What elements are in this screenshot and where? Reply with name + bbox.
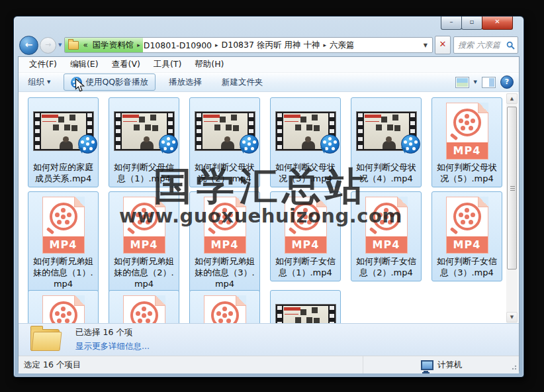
recent-pages-dropdown-icon[interactable]: ▼ (56, 42, 64, 48)
mp4-document-icon: MP4 (109, 293, 179, 323)
forward-button[interactable]: → (40, 37, 56, 54)
file-tile[interactable]: MP4 (109, 290, 179, 323)
status-selection-text: 选定 16 个项目 (19, 356, 363, 373)
resize-grip[interactable] (510, 365, 517, 371)
film-reel-icon (211, 301, 239, 323)
film-reel-icon (130, 203, 158, 230)
organize-button[interactable]: 组织 ▼ (24, 77, 54, 88)
file-tile[interactable]: MP4 如何判断兄弟姐妹的信息（1）.mp4 (28, 191, 99, 293)
show-more-details-link[interactable]: 显示更多详细信息... (75, 341, 150, 352)
mp4-document-icon: MP4 (28, 195, 98, 256)
file-name: 如何判断子女信息（2）.mp4 (355, 256, 418, 281)
breadcrumb-item[interactable]: 国学资料馆 (90, 40, 137, 51)
mp4-document-icon: MP4 (432, 195, 502, 256)
search-icon (506, 41, 515, 50)
menu-file[interactable]: 文件(F) (23, 59, 64, 70)
explorer-window: – ▫ ✕ ← → ▼ « 国学资料馆 ▸ D10801-D10900 ▸ D1… (13, 16, 524, 377)
file-name: 如何判断子女信息（1）.mp4 (274, 256, 338, 281)
breadcrumb-item[interactable]: D10801-D10900 (141, 40, 214, 50)
status-bar: 选定 16 个项目 计算机 (19, 356, 519, 373)
film-reel-icon (211, 203, 239, 230)
address-dropdown-icon[interactable]: ▼ (422, 42, 430, 48)
video-thumbnail-icon (190, 101, 259, 162)
file-tile[interactable]: 如何判断父母信息（1）.mp4 (109, 97, 179, 187)
address-bar[interactable]: « 国学资料馆 ▸ D10801-D10900 ▸ D10837 徐丙昕 用神 … (64, 37, 433, 53)
change-view-icon[interactable] (455, 77, 469, 88)
play-selection-button[interactable]: 播放选择 (162, 77, 208, 88)
scroll-down-icon[interactable]: ▼ (506, 312, 518, 322)
film-reel-icon (50, 301, 77, 323)
video-thumbnail-icon (271, 101, 340, 162)
breadcrumb-overflow-icon[interactable]: « (81, 40, 89, 50)
qq-player-badge-icon (320, 134, 340, 154)
navigation-bar: ← → ▼ « 国学资料馆 ▸ D10801-D10900 ▸ D10837 徐… (19, 35, 518, 55)
menu-help[interactable]: 帮助(H) (188, 59, 230, 70)
mp4-document-icon: MP4 (351, 195, 421, 256)
views-dropdown-icon[interactable]: ▼ (474, 79, 477, 85)
file-name: 如何判断父母状况（3）.mp4 (274, 162, 338, 187)
breadcrumb-item[interactable]: D10837 徐丙昕 用神 十神 (219, 40, 323, 51)
video-thumbnail-icon (271, 293, 340, 323)
file-tile[interactable]: MP4 如何判断子女信息（2）.mp4 (351, 191, 422, 281)
mp4-document-icon: MP4 (109, 195, 179, 256)
menu-tools[interactable]: 工具(T) (147, 59, 188, 70)
file-tile[interactable]: 如何对应的家庭成员关系.mp4 (28, 97, 99, 187)
qq-player-button[interactable]: 使用QQ影音播放 (64, 74, 156, 91)
file-tile[interactable]: 如何判断父母状况（4）.mp4 (351, 97, 422, 187)
file-tile[interactable]: MP4 如何判断父母状况（5）.mp4 (431, 97, 502, 187)
menu-view[interactable]: 查看(V) (105, 59, 147, 70)
file-tile[interactable]: MP4 如何判断兄弟姐妹的信息（3）.mp4 (189, 191, 260, 293)
file-tile[interactable]: 如何判断父母状况（2）.mp4 (189, 97, 260, 187)
file-tile[interactable]: 如何判断父母状况（3）.mp4 (270, 97, 341, 187)
file-tile[interactable]: MP4 (28, 290, 99, 323)
qq-player-badge-icon (401, 134, 420, 154)
breadcrumb-item[interactable]: 六亲篇 (327, 40, 357, 51)
mp4-document-icon: MP4 (190, 293, 259, 323)
new-folder-button[interactable]: 新建文件夹 (215, 77, 270, 88)
scroll-up-icon[interactable]: ▲ (506, 93, 518, 104)
chevron-down-icon: ▼ (47, 79, 50, 85)
film-reel-icon (453, 109, 481, 136)
selected-folder-icon (30, 329, 60, 351)
maximize-button[interactable]: ▫ (461, 17, 482, 30)
menu-bar: 文件(F) 编辑(E) 查看(V) 工具(T) 帮助(H) (19, 57, 519, 73)
search-input[interactable] (454, 40, 506, 50)
command-toolbar: 组织 ▼ 使用QQ影音播放 播放选择 新建文件夹 ▼ ? (19, 73, 519, 92)
qq-player-badge-icon (240, 134, 259, 154)
video-thumbnail-icon (28, 101, 98, 162)
file-name: 如何判断父母信息（1）.mp4 (113, 162, 176, 187)
mp4-document-icon: MP4 (190, 195, 259, 256)
file-tile[interactable]: MP4 如何判断子女信息（1）.mp4 (270, 191, 341, 281)
file-name: 如何判断父母状况（2）.mp4 (193, 162, 257, 187)
qq-player-badge-icon (159, 134, 178, 154)
selection-summary: 已选择 16 个项 (75, 327, 150, 338)
file-name: 如何判断父母状况（5）.mp4 (435, 162, 499, 187)
file-name: 如何对应的家庭成员关系.mp4 (32, 162, 95, 187)
menu-edit[interactable]: 编辑(E) (64, 59, 105, 70)
back-button[interactable]: ← (19, 36, 38, 55)
film-reel-icon (292, 203, 320, 230)
computer-icon (421, 360, 433, 370)
qq-player-badge-icon (78, 134, 97, 154)
minimize-button[interactable]: – (441, 17, 462, 30)
help-icon[interactable]: ? (500, 75, 514, 89)
file-tile[interactable]: MP4 (189, 290, 260, 323)
file-tile[interactable]: MP4 如何判断兄弟姐妹的信息（2）.mp4 (109, 191, 179, 293)
close-button[interactable]: ✕ (482, 17, 513, 30)
preview-pane-icon[interactable] (482, 77, 496, 88)
folder-icon (68, 41, 79, 50)
video-thumbnail-icon (109, 101, 179, 162)
file-tile[interactable]: MP4 如何判断子女信息（3）.mp4 (431, 191, 502, 281)
film-reel-icon (453, 203, 481, 230)
file-tile[interactable] (270, 290, 341, 323)
scrollbar-thumb[interactable] (507, 107, 517, 270)
window-controls: – ▫ ✕ (441, 17, 513, 30)
search-box[interactable] (453, 36, 518, 54)
file-name: 如何判断子女信息（3）.mp4 (435, 256, 499, 281)
stop-refresh-button[interactable]: ✕ (435, 36, 451, 54)
details-pane: 已选择 16 个项 显示更多详细信息... (19, 323, 519, 356)
client-area: 文件(F) 编辑(E) 查看(V) 工具(T) 帮助(H) 组织 ▼ 使用QQ影… (18, 56, 520, 371)
vertical-scrollbar[interactable]: ▲ ▼ (506, 93, 518, 323)
film-reel-icon (50, 203, 77, 230)
film-reel-icon (373, 203, 400, 230)
